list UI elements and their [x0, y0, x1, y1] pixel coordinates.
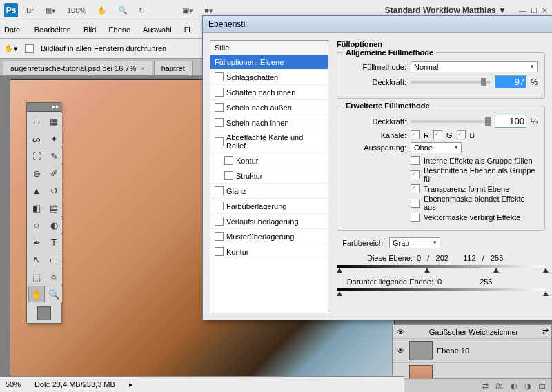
option-checkbox[interactable] [411, 156, 420, 165]
option-checkbox[interactable] [411, 184, 420, 193]
style-checkbox[interactable] [215, 186, 224, 195]
tab-document-2[interactable]: hautret [154, 61, 193, 75]
style-checkbox[interactable] [215, 202, 224, 210]
eraser-tool[interactable]: ◧ [28, 199, 45, 216]
color-swatches[interactable] [27, 304, 61, 323]
maximize-button[interactable]: ☐ [531, 6, 538, 15]
menu-filter[interactable]: Fi [184, 26, 190, 34]
style-row[interactable]: Verlaufsüberlagerung [210, 214, 328, 229]
zoom-readout[interactable]: 50% [6, 380, 21, 389]
fill-opacity-input[interactable] [495, 115, 526, 128]
channel-r-checkbox[interactable] [411, 130, 420, 139]
style-row[interactable]: Schein nach außen [210, 100, 328, 115]
close-button[interactable]: ✕ [542, 6, 548, 15]
wand-tool[interactable]: ✦ [46, 130, 62, 147]
crop-tool[interactable]: ⛶ [28, 148, 45, 164]
channel-g-checkbox[interactable] [433, 130, 442, 139]
style-checkbox[interactable] [215, 232, 224, 241]
style-checkbox[interactable] [215, 118, 224, 127]
style-row[interactable]: Struktur [210, 168, 328, 184]
style-row[interactable]: Kontur [210, 153, 328, 168]
style-row[interactable]: Fülloptionen: Eigene [210, 55, 328, 70]
style-row[interactable]: Schein nach innen [210, 115, 328, 130]
opacity-input[interactable] [495, 75, 526, 88]
style-row[interactable]: Schatten nach innen [210, 85, 328, 100]
history-brush-tool[interactable]: ↺ [46, 182, 62, 199]
style-row[interactable]: Glanz [210, 184, 328, 199]
style-checkbox[interactable] [224, 156, 233, 165]
gradient-tool[interactable]: ▤ [46, 199, 62, 216]
option-checkbox[interactable] [411, 170, 420, 179]
rotate-shortcut-icon[interactable]: ↻ [136, 5, 148, 17]
mask-icon[interactable]: ◐ [511, 382, 518, 391]
layer-row[interactable]: 👁 Ebene 10 [393, 339, 551, 363]
menu-layer[interactable]: Ebene [108, 26, 130, 34]
status-arrow-icon[interactable]: ▸ [129, 380, 133, 389]
fill-opacity-slider[interactable] [411, 120, 491, 123]
visibility-icon[interactable]: 👁 [395, 328, 405, 336]
style-row[interactable]: Musterüberlagerung [210, 229, 328, 244]
menu-image[interactable]: Bild [83, 26, 96, 34]
healing-tool[interactable]: ⊕ [28, 165, 45, 182]
filter-settings-icon[interactable]: ⇄ [542, 327, 549, 336]
workspace-switcher[interactable]: Standard Workflow Matthias ▼ [385, 6, 506, 15]
style-checkbox[interactable] [224, 171, 233, 180]
style-checkbox[interactable] [215, 247, 224, 256]
camera-tool[interactable]: ⌾ [46, 268, 62, 285]
style-checkbox[interactable] [215, 103, 224, 112]
option-checkbox[interactable] [411, 213, 420, 222]
menu-file[interactable]: Datei [4, 26, 22, 34]
tab-document-1[interactable]: augenretusche-tutorial.psd bei 16,7% × [3, 61, 152, 75]
style-row[interactable]: Farbüberlagerung [210, 199, 328, 214]
smart-filter-row[interactable]: 👁 Gaußscher Weichzeichner ⇄ [393, 325, 551, 339]
fx-icon[interactable]: fx. [495, 382, 504, 390]
3d-tool[interactable]: ⬚ [28, 268, 45, 285]
blend-mode-select[interactable]: Normal [411, 61, 538, 72]
knockout-select[interactable]: Ohne [411, 142, 462, 153]
menu-select[interactable]: Auswahl [143, 26, 172, 34]
brush-tool[interactable]: ✐ [46, 165, 62, 182]
lasso-tool[interactable]: ᔕ [28, 130, 45, 147]
minimize-button[interactable]: — [519, 6, 526, 15]
eyedropper-tool[interactable]: ✎ [46, 148, 62, 164]
type-tool[interactable]: T [46, 234, 62, 251]
style-checkbox[interactable] [215, 137, 224, 146]
toolbox-header[interactable]: ▸▸ [27, 103, 61, 112]
scroll-all-checkbox[interactable] [25, 44, 34, 53]
screen-button[interactable]: ■▾ [201, 5, 216, 17]
path-tool[interactable]: ↖ [28, 251, 45, 268]
arrange-button[interactable]: ▣▾ [179, 5, 196, 17]
visibility-icon[interactable]: 👁 [395, 346, 405, 355]
zoom-tool[interactable]: 🔍 [46, 286, 62, 302]
screen-mode-button[interactable]: ▦▾ [42, 5, 59, 17]
style-row[interactable]: Schlagschatten [210, 70, 328, 85]
hand-shortcut-icon[interactable]: ✋ [95, 5, 110, 17]
link-icon[interactable]: ⇄ [482, 382, 489, 391]
style-checkbox[interactable] [215, 72, 224, 81]
bridge-button[interactable]: Br [23, 5, 37, 16]
layer-thumbnail[interactable] [409, 341, 433, 360]
marquee-tool[interactable]: ▦ [46, 113, 62, 130]
style-checkbox[interactable] [215, 217, 224, 226]
menu-edit[interactable]: Bearbeiten [34, 26, 71, 34]
adjustment-icon[interactable]: ◑ [524, 382, 531, 391]
underlying-layer-slider[interactable] [337, 288, 545, 291]
style-row[interactable]: Abgeflachte Kante und Relief [210, 130, 328, 153]
zoom-level[interactable]: 100% [64, 5, 89, 16]
blend-if-select[interactable]: Grau [389, 237, 440, 248]
stamp-tool[interactable]: ▲ [28, 182, 45, 199]
dodge-tool[interactable]: ◐ [46, 217, 62, 233]
option-checkbox[interactable] [411, 199, 420, 208]
blur-tool[interactable]: ○ [28, 217, 45, 233]
move-tool[interactable]: ▱ [28, 113, 45, 130]
shape-tool[interactable]: ▭ [46, 251, 62, 268]
zoom-shortcut-icon[interactable]: 🔍 [115, 5, 130, 17]
style-checkbox[interactable] [215, 88, 224, 97]
pen-tool[interactable]: ✒ [28, 234, 45, 251]
channel-b-checkbox[interactable] [457, 130, 466, 139]
opacity-slider[interactable] [411, 81, 491, 84]
this-layer-slider[interactable] [337, 265, 545, 268]
folder-icon[interactable]: 🗀 [538, 382, 546, 390]
style-row[interactable]: Kontur [210, 244, 328, 259]
hand-tool[interactable]: ✋ [28, 286, 45, 302]
